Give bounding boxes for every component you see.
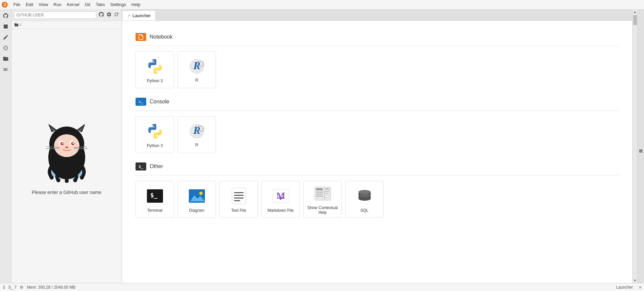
console-r-card[interactable]: R R	[177, 116, 216, 153]
right-content: ↗ Launcher Notebook	[122, 9, 632, 283]
svg-point-65	[359, 190, 371, 194]
diagram-label: Diagram	[189, 208, 204, 213]
svg-point-15	[62, 143, 63, 144]
menu-tabs[interactable]: Tabs	[93, 1, 107, 8]
notebook-section-header: Notebook	[136, 33, 619, 41]
markdown-card[interactable]: M Markdown File	[261, 181, 300, 218]
terminal-card[interactable]: $_ Terminal	[136, 181, 174, 218]
svg-rect-55	[316, 194, 323, 195]
sidebar-icon-git[interactable]	[1, 32, 11, 42]
status-item-number: 3	[3, 285, 5, 290]
octocat-image	[33, 117, 100, 184]
console-cards-grid: Python 3 R R	[136, 116, 619, 153]
github-user-input[interactable]	[14, 11, 96, 19]
github-mascot-area: Please enter a GitHub user name	[11, 29, 122, 283]
notebook-r-label: R	[195, 78, 198, 83]
svg-point-10	[54, 134, 79, 157]
launcher-content: Notebook	[122, 21, 632, 283]
other-section-title: Other	[150, 163, 163, 169]
menu-help[interactable]: Help	[129, 1, 143, 8]
textfile-label: Text File	[231, 208, 246, 213]
other-cards-grid: $_ Terminal	[136, 181, 619, 218]
scroll-down-arrow[interactable]: ▼	[633, 278, 638, 283]
github-link-icon[interactable]	[98, 11, 104, 19]
console-section-title: Console	[150, 99, 169, 105]
sidebar-icon-toc[interactable]	[1, 64, 11, 75]
console-python3-card[interactable]: Python 3	[136, 116, 174, 153]
notebook-python3-label: Python 3	[147, 79, 163, 83]
console-section-header: >_ Console	[136, 98, 619, 106]
left-panel: /	[11, 9, 122, 283]
svg-point-24	[65, 179, 69, 183]
menu-git[interactable]: Git	[82, 1, 93, 8]
svg-text:$_: $_	[150, 192, 158, 199]
sql-card[interactable]: SQL	[345, 181, 384, 218]
right-edge-panel: 运行例	[637, 9, 644, 283]
tab-launcher-icon: ↗	[127, 13, 130, 18]
menu-settings[interactable]: Settings	[108, 1, 129, 8]
svg-rect-60	[325, 193, 329, 194]
console-section-icon: >_	[136, 98, 146, 106]
terminal-icon: $_	[145, 186, 165, 206]
menu-kernel[interactable]: Kernel	[64, 1, 82, 8]
textfile-card[interactable]: Text File	[219, 181, 258, 218]
notebook-divider	[136, 46, 619, 46]
left-panel-header	[11, 9, 122, 21]
contextual-help-icon	[313, 184, 333, 203]
sidebar-icons	[0, 9, 11, 283]
r-console-icon: R	[187, 122, 206, 141]
sidebar-icon-stop[interactable]	[1, 21, 11, 32]
svg-point-28	[157, 71, 158, 73]
other-section-header: $_ Other	[136, 162, 619, 171]
app-logo: J	[1, 1, 8, 8]
settings-icon[interactable]	[106, 12, 112, 18]
diagram-card[interactable]: Diagram	[177, 181, 216, 218]
notebook-r-card[interactable]: R R	[177, 51, 216, 88]
refresh-icon[interactable]	[114, 12, 119, 18]
console-r-label: R	[195, 143, 198, 147]
svg-point-43	[199, 192, 203, 195]
menu-run[interactable]: Run	[51, 1, 64, 8]
launcher-tab[interactable]: ↗ Launcher	[122, 10, 156, 20]
menu-edit[interactable]: Edit	[23, 1, 36, 8]
svg-point-16	[72, 143, 74, 144]
other-section-icon: $_	[136, 162, 146, 171]
r-notebook-icon: R	[187, 57, 206, 76]
mascot-label: Please enter a GitHub user name	[32, 190, 102, 195]
scroll-thumb[interactable]	[633, 15, 637, 25]
svg-point-26	[80, 176, 84, 180]
python3-console-icon	[145, 121, 165, 141]
menu-file[interactable]: File	[11, 1, 23, 8]
scrollbar[interactable]: ▲ ▼	[632, 9, 637, 283]
status-item-s: S_ 7	[8, 285, 17, 290]
status-expand-icon[interactable]: ≡	[639, 285, 641, 290]
svg-point-32	[152, 125, 153, 126]
sidebar-icon-filebrowser[interactable]	[1, 54, 11, 64]
markdown-label: Markdown File	[267, 208, 293, 213]
svg-rect-53	[316, 188, 323, 190]
console-divider	[136, 110, 619, 111]
status-memory: Mem: 393.28 / 2048.00 MB	[27, 285, 75, 290]
svg-point-22	[50, 176, 54, 180]
svg-line-21	[74, 148, 88, 149]
terminal-label: Terminal	[147, 208, 162, 213]
sql-label: SQL	[360, 208, 368, 213]
contextual-help-card[interactable]: Show Contextual Help	[303, 181, 342, 218]
scroll-up-arrow[interactable]: ▲	[633, 9, 638, 14]
svg-rect-59	[325, 191, 329, 192]
svg-rect-56	[316, 196, 323, 197]
notebook-cards-grid: Python 3 R R	[136, 51, 619, 88]
diagram-icon	[187, 186, 207, 206]
sidebar-icon-github[interactable]	[1, 11, 11, 21]
status-bar: 3 S_ 7 ⚙ Mem: 393.28 / 2048.00 MB Launch…	[0, 283, 644, 291]
svg-point-23	[56, 178, 60, 182]
svg-rect-2	[4, 25, 8, 29]
breadcrumb: /	[11, 21, 122, 29]
sql-icon	[355, 186, 375, 206]
menu-view[interactable]: View	[36, 1, 51, 8]
sidebar-icon-extensions[interactable]	[1, 43, 11, 53]
tab-bar: ↗ Launcher	[122, 9, 632, 21]
status-right-label: Launcher	[616, 285, 633, 290]
svg-text:J: J	[4, 2, 6, 7]
notebook-python3-card[interactable]: Python 3	[136, 51, 174, 88]
